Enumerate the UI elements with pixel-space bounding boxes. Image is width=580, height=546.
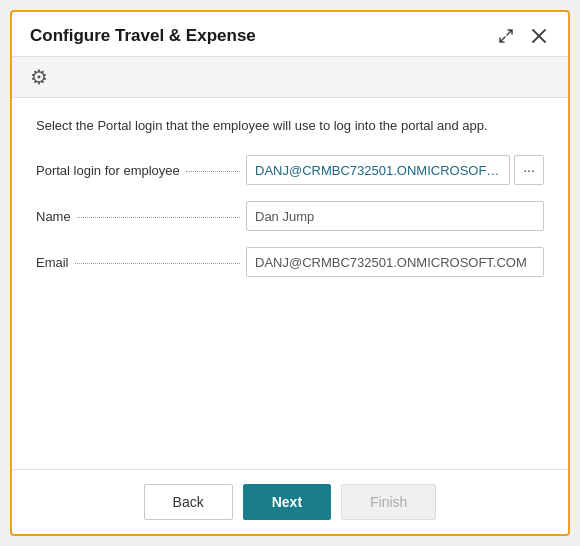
gear-icon: ⚙ <box>30 66 48 88</box>
name-row: Name <box>36 201 544 231</box>
portal-login-row: Portal login for employee ··· <box>36 155 544 185</box>
dialog-title: Configure Travel & Expense <box>30 26 256 46</box>
portal-login-label-container: Portal login for employee <box>36 163 246 178</box>
dotted-line-2 <box>77 217 240 218</box>
step-indicator-bar: ⚙ <box>12 56 568 98</box>
dialog-header: Configure Travel & Expense <box>12 12 568 56</box>
finish-button: Finish <box>341 484 436 520</box>
name-label-container: Name <box>36 209 246 224</box>
dialog-footer: Back Next Finish <box>12 469 568 534</box>
description-text: Select the Portal login that the employe… <box>36 118 544 133</box>
name-input-wrapper <box>246 201 544 231</box>
expand-button[interactable] <box>494 26 518 46</box>
email-row: Email <box>36 247 544 277</box>
email-input-wrapper <box>246 247 544 277</box>
dotted-line-1 <box>186 171 240 172</box>
expand-icon <box>498 28 514 44</box>
portal-login-label: Portal login for employee <box>36 163 180 178</box>
name-input[interactable] <box>246 201 544 231</box>
close-button[interactable] <box>528 27 550 45</box>
portal-login-input-wrapper: ··· <box>246 155 544 185</box>
header-icon-group <box>494 26 550 46</box>
configure-dialog: Configure Travel & Expense ⚙ Select the … <box>10 10 570 536</box>
email-label: Email <box>36 255 69 270</box>
dotted-line-3 <box>75 263 240 264</box>
email-input[interactable] <box>246 247 544 277</box>
email-label-container: Email <box>36 255 246 270</box>
next-button[interactable]: Next <box>243 484 331 520</box>
dialog-body: Select the Portal login that the employe… <box>12 98 568 469</box>
portal-login-ellipsis-button[interactable]: ··· <box>514 155 544 185</box>
back-button[interactable]: Back <box>144 484 233 520</box>
portal-login-input[interactable] <box>246 155 510 185</box>
name-label: Name <box>36 209 71 224</box>
close-icon <box>532 29 546 43</box>
